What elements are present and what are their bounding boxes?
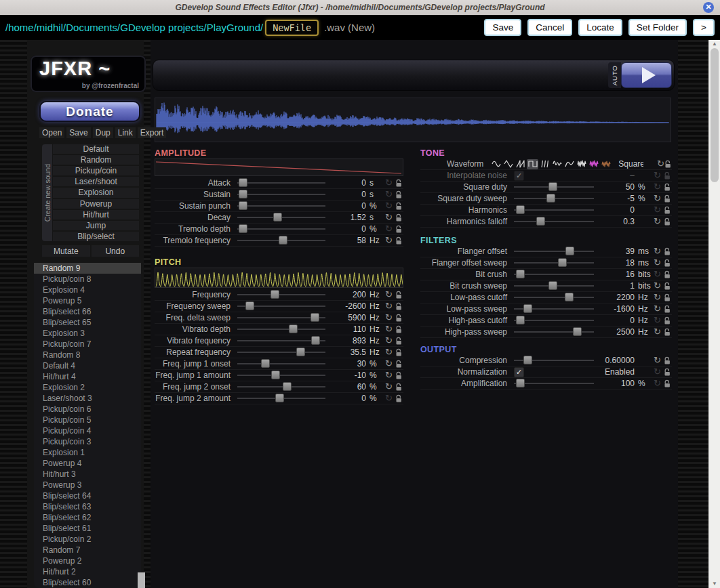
slider-handle[interactable] — [273, 213, 282, 222]
list-item[interactable]: Blip/select 65 — [34, 317, 141, 328]
slider-handle[interactable] — [275, 394, 284, 402]
list-item[interactable]: Explosion 4 — [34, 285, 141, 295]
file-menu-save[interactable]: Save — [66, 127, 90, 138]
list-item[interactable]: Pickup/coin 6 — [34, 404, 141, 415]
reset-icon[interactable]: ↻ — [652, 258, 662, 268]
sustain-punch-slider[interactable] — [237, 201, 325, 211]
list-item[interactable]: Powerup 2 — [34, 555, 141, 566]
slider-handle[interactable] — [523, 304, 532, 313]
lock-icon[interactable] — [394, 337, 403, 345]
waveform-option-triangle-icon[interactable] — [502, 159, 514, 169]
list-item[interactable]: Blip/select 61 — [34, 523, 141, 534]
low-pass-cutoff-slider[interactable] — [514, 293, 594, 302]
square-duty-slider[interactable] — [514, 182, 594, 192]
list-item[interactable]: Random 9 — [34, 263, 141, 274]
lock-icon[interactable] — [662, 305, 672, 314]
freq-delta-sweep-slider[interactable] — [237, 313, 325, 322]
reset-icon[interactable]: ↻ — [384, 313, 394, 322]
lock-icon[interactable] — [662, 328, 672, 337]
reset-icon[interactable]: ↻ — [652, 304, 662, 314]
reset-icon[interactable]: ↻ — [384, 213, 394, 222]
square-duty-sweep-slider[interactable] — [514, 194, 594, 203]
reset-icon[interactable]: ↻ — [652, 205, 662, 215]
reset-icon[interactable]: ↻ — [652, 171, 662, 180]
tremolo-depth-slider[interactable] — [237, 224, 325, 234]
reset-icon[interactable]: ↻ — [384, 324, 394, 334]
reset-icon[interactable]: ↻ — [384, 201, 394, 211]
reset-icon[interactable]: ↻ — [384, 394, 394, 403]
lock-icon[interactable] — [662, 293, 672, 302]
lock-icon[interactable] — [394, 325, 403, 334]
lock-icon[interactable] — [394, 348, 403, 357]
lock-icon[interactable] — [394, 179, 403, 188]
waveform-option-white-noise-icon[interactable] — [576, 159, 587, 169]
reset-icon[interactable]: ↻ — [384, 371, 394, 380]
reset-icon[interactable]: ↻ — [657, 159, 664, 169]
waveform-option-breaker-icon[interactable] — [563, 159, 575, 169]
lock-icon[interactable] — [394, 314, 403, 322]
attack-slider[interactable] — [237, 178, 325, 188]
slider-handle[interactable] — [523, 356, 532, 364]
reset-icon[interactable]: ↻ — [652, 270, 662, 279]
scroll-down-icon[interactable]: ▼ — [709, 580, 720, 588]
vibrato-depth-slider[interactable] — [237, 324, 325, 334]
lock-icon[interactable] — [662, 270, 672, 279]
reset-icon[interactable]: ↻ — [384, 382, 394, 392]
undo-button[interactable]: Undo — [92, 245, 140, 257]
slider-handle[interactable] — [536, 217, 545, 226]
reset-icon[interactable]: ↻ — [384, 190, 394, 199]
file-menu-export[interactable]: Export — [138, 127, 167, 138]
lock-icon[interactable] — [662, 368, 672, 377]
list-item[interactable]: Explosion 3 — [34, 328, 141, 339]
lock-icon[interactable] — [662, 282, 672, 291]
slider-handle[interactable] — [296, 348, 305, 356]
slider-handle[interactable] — [245, 301, 254, 310]
slider-handle[interactable] — [279, 236, 287, 245]
list-item[interactable]: Pickup/coin 5 — [34, 415, 141, 425]
vibrato-frequency-slider[interactable] — [237, 336, 325, 345]
preset-explosion[interactable]: Explosion — [53, 188, 139, 197]
list-item[interactable]: Powerup 4 — [34, 458, 141, 469]
reset-icon[interactable]: ↻ — [384, 336, 394, 345]
freq-jump-1-amount-slider[interactable] — [237, 371, 325, 380]
harmonics-falloff-slider[interactable] — [514, 217, 594, 226]
slider-handle[interactable] — [565, 247, 574, 255]
slider-handle[interactable] — [573, 327, 582, 336]
file-menu-dup[interactable]: Dup — [93, 127, 113, 138]
list-item[interactable]: Hit/hurt 3 — [34, 469, 141, 480]
lock-icon[interactable] — [662, 259, 672, 268]
preset-jump[interactable]: Jump — [53, 221, 139, 230]
toolbar-button-[interactable]: > — [693, 19, 715, 36]
bit-crush-sweep-slider[interactable] — [514, 281, 594, 291]
tremolo-frequency-slider[interactable] — [237, 236, 325, 245]
freq-jump-1-onset-slider[interactable] — [237, 359, 325, 369]
scrollbar-thumb[interactable] — [711, 48, 719, 182]
lock-icon[interactable] — [664, 160, 672, 169]
list-item[interactable]: Blip/select 63 — [34, 501, 141, 512]
lock-icon[interactable] — [662, 171, 672, 180]
list-item[interactable]: Hit/hurt 4 — [34, 371, 141, 382]
reset-icon[interactable]: ↻ — [652, 356, 662, 365]
frequency-slider[interactable] — [237, 290, 325, 299]
freq-jump-2-onset-slider[interactable] — [237, 382, 325, 392]
preset-blip-select[interactable]: Blip/select — [53, 232, 139, 241]
slider-handle[interactable] — [516, 205, 525, 214]
slider-handle[interactable] — [289, 324, 298, 333]
list-item[interactable]: Blip/select 60 — [34, 577, 141, 588]
slider-handle[interactable] — [239, 224, 247, 233]
normalization-checkbox[interactable]: ✓ — [514, 367, 524, 377]
repeat-frequency-slider[interactable] — [237, 348, 325, 357]
mutate-button[interactable]: Mutate — [42, 245, 90, 257]
list-item[interactable]: Pickup/coin 8 — [34, 274, 141, 285]
slider-handle[interactable] — [239, 178, 247, 187]
low-pass-sweep-slider[interactable] — [514, 304, 594, 314]
lock-icon[interactable] — [662, 247, 672, 256]
slider-handle[interactable] — [516, 316, 525, 324]
lock-icon[interactable] — [394, 202, 403, 211]
list-item[interactable]: Hit/hurt 2 — [34, 566, 141, 577]
sustain-slider[interactable] — [237, 190, 325, 199]
list-item[interactable]: Pickup/coin 2 — [34, 534, 141, 545]
waveform-option-sawtooth-icon[interactable] — [515, 159, 526, 169]
slider-handle[interactable] — [261, 359, 270, 368]
lock-icon[interactable] — [394, 383, 403, 392]
